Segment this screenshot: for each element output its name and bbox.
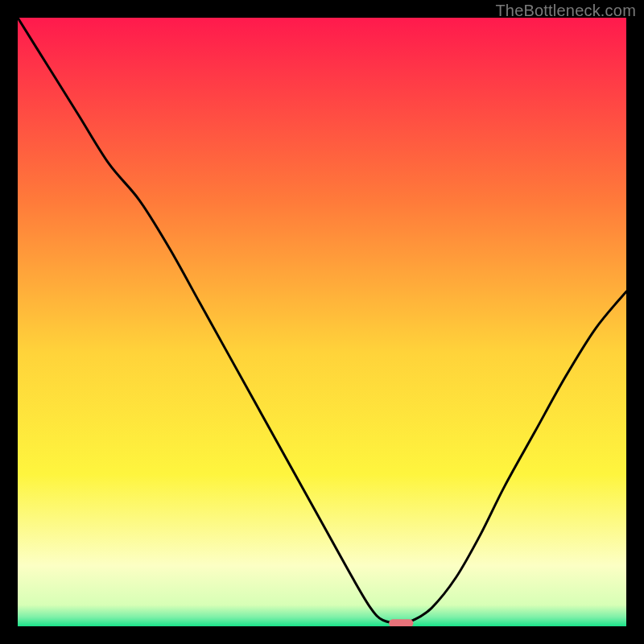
- bottleneck-curve: [18, 18, 626, 626]
- watermark-label: TheBottleneck.com: [495, 2, 636, 20]
- chart-frame: TheBottleneck.com: [0, 0, 644, 644]
- plot-area: [18, 18, 626, 626]
- optimal-marker: [389, 619, 413, 626]
